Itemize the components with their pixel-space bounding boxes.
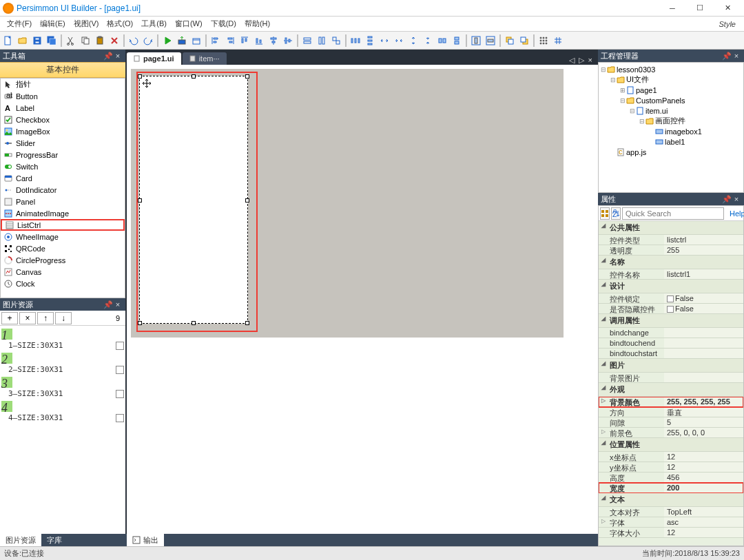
menu-file[interactable]: 文件(F) (3, 17, 36, 30)
save-icon[interactable] (30, 34, 44, 48)
tool-item-canvas[interactable]: Canvas (1, 266, 125, 278)
tool-item-dotindicator[interactable]: DotIndicator (1, 184, 125, 196)
property-value[interactable]: 垂直 (664, 407, 743, 417)
property-row[interactable]: 文本对齐TopLeft (599, 507, 743, 517)
help-link[interactable]: Help (725, 209, 744, 218)
space-h-dec-icon[interactable] (392, 34, 406, 48)
tool-item-指针[interactable]: 指针 (1, 79, 125, 90)
expand-icon[interactable]: ⊟ (619, 97, 626, 104)
project-tree[interactable]: ⊟lesson0303⊟UI文件⊞page1⊟CustomPanels⊟item… (598, 62, 744, 193)
property-category[interactable]: 文本 (599, 493, 743, 507)
copy-icon[interactable] (79, 34, 92, 48)
image-entry[interactable]: 44—SIZE:30X31 (1, 400, 124, 424)
add-image-button[interactable]: + (1, 312, 18, 324)
tool-item-card[interactable]: Card (1, 172, 125, 184)
property-category[interactable]: 设计 (599, 280, 743, 293)
center-v-form-icon[interactable] (484, 34, 497, 48)
property-value[interactable]: 12 (664, 452, 743, 462)
align-center-h-icon[interactable] (267, 34, 280, 48)
align-left-icon[interactable] (209, 34, 223, 48)
property-row[interactable]: x坐标点12 (599, 452, 743, 462)
same-height-icon[interactable] (315, 34, 329, 48)
tree-node[interactable]: ⊟CustomPanels (600, 95, 742, 105)
property-value[interactable]: listctrl (664, 235, 743, 245)
tool-item-wheelimage[interactable]: WheelImage (1, 231, 125, 242)
space-remove-h-icon[interactable] (435, 34, 449, 48)
property-value[interactable] (664, 328, 743, 338)
resize-handle[interactable] (138, 198, 142, 203)
space-v-dec-icon[interactable] (421, 34, 435, 48)
align-top-icon[interactable] (238, 34, 251, 48)
tool-item-panel[interactable]: Panel (1, 196, 125, 207)
menu-window[interactable]: 窗口(W) (171, 17, 207, 30)
property-category[interactable]: 名称 (599, 256, 743, 269)
property-value[interactable]: 255, 0, 0, 0 (664, 428, 743, 437)
menu-format[interactable]: 格式(O) (103, 17, 137, 30)
image-list[interactable]: 11—SIZE:30X3122—SIZE:30X3133—SIZE:30X314… (0, 326, 125, 534)
tree-node[interactable]: imagebox1 (600, 126, 742, 136)
checkbox[interactable] (116, 414, 124, 422)
expand-icon[interactable]: ⊞ (619, 87, 626, 94)
open-icon[interactable] (16, 34, 30, 48)
selected-listctrl[interactable] (139, 76, 248, 324)
tool-item-clock[interactable]: Clock (1, 278, 125, 289)
tree-node[interactable]: ⊟UI文件 (600, 74, 742, 85)
property-value[interactable] (664, 338, 743, 348)
space-v-inc-icon[interactable] (406, 34, 420, 48)
property-value[interactable]: 456 (664, 473, 743, 482)
property-row[interactable]: bindtouchend (599, 338, 743, 349)
close-button[interactable]: ✕ (714, 0, 741, 17)
pin-icon[interactable]: 📌 (103, 52, 113, 61)
distribute-h-icon[interactable] (349, 34, 362, 48)
close-panel-icon[interactable]: × (113, 300, 123, 309)
paste-icon[interactable] (93, 34, 107, 48)
tree-node[interactable]: ⊟画面控件 (600, 116, 742, 126)
property-category[interactable]: 图片 (599, 359, 743, 373)
align-right-icon[interactable] (223, 34, 237, 48)
pin-icon[interactable]: 📌 (722, 52, 732, 61)
search-input[interactable] (622, 207, 724, 220)
space-h-inc-icon[interactable] (378, 34, 391, 48)
expand-icon[interactable]: ⊟ (639, 118, 645, 125)
sort-az-icon[interactable]: AZ (611, 207, 621, 220)
close-panel-icon[interactable]: × (732, 52, 741, 60)
property-row[interactable]: 是否隐藏控件False (599, 304, 743, 314)
pin-icon[interactable]: 📌 (103, 300, 113, 309)
property-category[interactable]: 调用属性 (599, 314, 743, 328)
maximize-button[interactable]: ☐ (686, 0, 714, 17)
property-value[interactable]: False (664, 304, 743, 313)
tree-node[interactable]: capp.js (600, 147, 742, 157)
property-row[interactable]: bindchange (599, 328, 743, 338)
move-down-button[interactable]: ↓ (55, 312, 72, 324)
property-category[interactable]: 位置属性 (599, 438, 743, 452)
tool-item-animatedimage[interactable]: AnimatedImage (1, 207, 125, 219)
cut-icon[interactable] (64, 34, 78, 48)
menu-view[interactable]: 视图(V) (70, 17, 103, 30)
property-value[interactable] (664, 373, 743, 382)
menu-edit[interactable]: 编辑(E) (36, 17, 70, 30)
tree-node[interactable]: ⊟lesson0303 (600, 64, 742, 74)
property-category[interactable]: 公共属性 (599, 221, 743, 235)
align-bottom-icon[interactable] (252, 34, 266, 48)
property-row[interactable]: 宽度200 (599, 483, 743, 493)
property-value[interactable] (664, 349, 743, 358)
property-row[interactable]: 间隙5 (599, 417, 743, 428)
property-row[interactable]: 高度456 (599, 473, 743, 483)
output-tab[interactable]: 输出 (127, 534, 164, 547)
close-tab-icon[interactable]: × (587, 56, 594, 65)
resize-handle[interactable] (245, 198, 249, 203)
property-value[interactable]: 255, 255, 255, 255 (664, 397, 743, 406)
resize-handle[interactable] (138, 321, 142, 325)
property-row[interactable]: 透明度255 (599, 245, 743, 256)
property-row[interactable]: 控件锁定False (599, 293, 743, 304)
property-row[interactable]: 前景色255, 0, 0, 0 (599, 428, 743, 438)
style-label[interactable]: Style (714, 19, 741, 30)
space-remove-v-icon[interactable] (450, 34, 464, 48)
menu-help[interactable]: 帮助(H) (240, 17, 274, 30)
resize-handle[interactable] (245, 74, 249, 79)
resize-handle[interactable] (192, 321, 196, 325)
save-all-icon[interactable] (45, 34, 59, 48)
image-entry[interactable]: 33—SIZE:30X31 (1, 375, 124, 400)
property-row[interactable]: 背景图片 (599, 373, 743, 383)
property-value[interactable]: False (664, 293, 743, 303)
